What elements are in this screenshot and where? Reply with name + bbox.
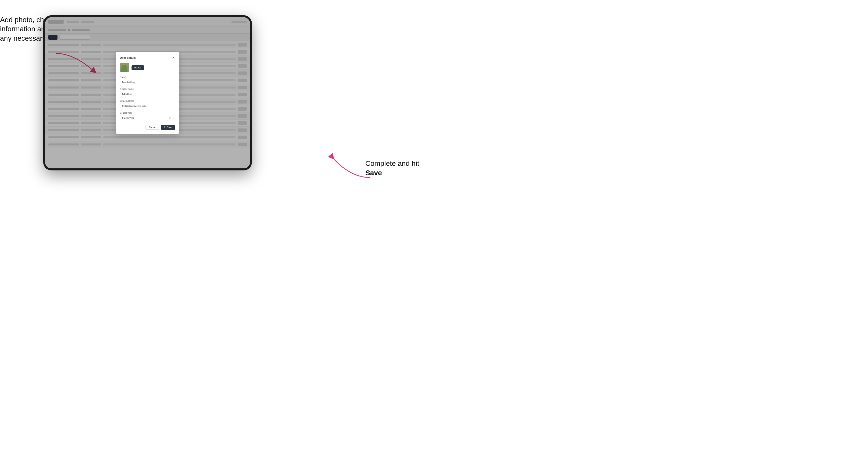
modal-footer: Cancel ⬆ Save: [120, 125, 175, 130]
tablet-screen: User details ✕ Upload Name: [45, 17, 250, 168]
display-name-field-group: Display name: [120, 88, 175, 97]
school-year-value: Fourth Year: [122, 117, 134, 119]
tablet-device: User details ✕ Upload Name: [43, 15, 252, 170]
name-input[interactable]: [120, 79, 175, 85]
select-clear-icon[interactable]: ✕: [169, 117, 171, 119]
cancel-button[interactable]: Cancel: [146, 125, 159, 130]
school-year-select[interactable]: Fourth Year ✕ ▾: [120, 115, 175, 121]
email-field-group: Email address: [120, 100, 175, 109]
modal-overlay: User details ✕ Upload Name: [45, 17, 250, 168]
chevron-down-icon[interactable]: ▾: [173, 117, 174, 119]
annotation-right-text1: Complete and hit: [365, 159, 419, 167]
save-icon: ⬆: [164, 126, 166, 128]
school-year-label: School Year: [120, 112, 175, 114]
annotation-right: Complete and hit Save.: [365, 159, 431, 178]
arrow-right-svg: [312, 145, 373, 183]
photo-thumbnail: [120, 63, 129, 72]
annotation-right-bold: Save: [365, 169, 382, 177]
modal-header: User details ✕: [120, 56, 175, 60]
photo-section: Upload: [120, 63, 175, 72]
email-label: Email address: [120, 100, 175, 102]
display-name-label: Display name: [120, 88, 175, 90]
annotation-right-text2: .: [382, 169, 384, 177]
email-input[interactable]: [120, 103, 175, 109]
user-details-modal: User details ✕ Upload Name: [116, 52, 179, 134]
name-field-group: Name: [120, 76, 175, 85]
name-label: Name: [120, 76, 175, 79]
save-button[interactable]: ⬆ Save: [161, 125, 175, 130]
avatar-body: [121, 65, 127, 72]
modal-title: User details: [120, 56, 135, 59]
display-name-input[interactable]: [120, 91, 175, 97]
school-year-field-group: School Year Fourth Year ✕ ▾: [120, 112, 175, 121]
save-label: Save: [167, 126, 172, 128]
upload-button[interactable]: Upload: [131, 65, 144, 70]
school-year-select-wrapper: Fourth Year ✕ ▾: [120, 115, 175, 121]
modal-close-button[interactable]: ✕: [172, 56, 175, 60]
